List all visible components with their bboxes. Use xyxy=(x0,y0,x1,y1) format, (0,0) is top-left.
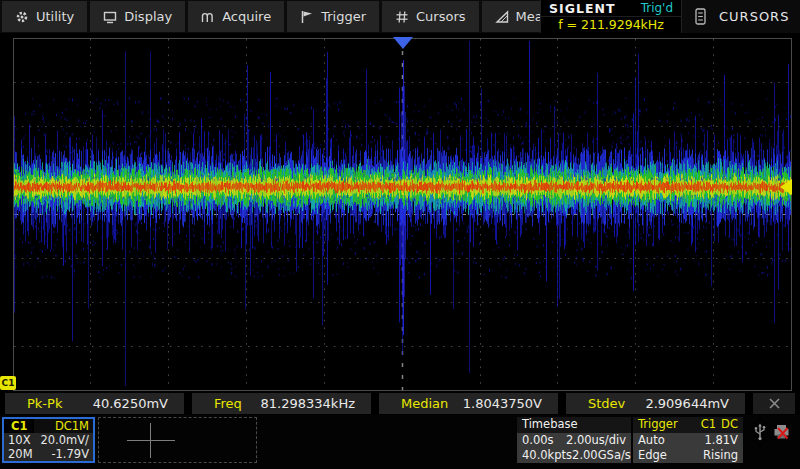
trigger-title: Trigger xyxy=(638,417,678,432)
cursors-dialog-title: CURSORS xyxy=(719,9,789,24)
menu-button-acquire[interactable]: Acquire xyxy=(188,1,284,32)
channel1-bandwidth: 20M xyxy=(8,447,33,461)
channel1-offset-marker[interactable]: C1 xyxy=(0,376,16,390)
channel1-probe: 10X xyxy=(8,433,31,447)
measurement-value: 2.909644mV xyxy=(645,396,729,411)
menu-label-utility: Utility xyxy=(36,9,74,24)
measurement-stdev[interactable]: Stdev 2.909644mV xyxy=(566,393,745,414)
siglent-logo: SIGLENT xyxy=(549,1,615,16)
clipboard-icon xyxy=(694,8,707,25)
measurements-close-button[interactable] xyxy=(753,393,795,414)
close-icon xyxy=(768,397,781,410)
flag-icon xyxy=(300,10,314,24)
crosshair-icon xyxy=(127,440,175,441)
measurement-bar: Pk-Pk 40.6250mV Freq 81.298334kHz Median… xyxy=(0,392,800,415)
measurement-freq[interactable]: Freq 81.298334kHz xyxy=(192,393,371,414)
frequency-readout: f = 211.9294kHz xyxy=(541,16,681,32)
gear-icon xyxy=(15,10,29,24)
menu-label-trigger: Trigger xyxy=(321,9,366,24)
timebase-tdiv: 2.00us/div xyxy=(566,433,626,448)
status-icons xyxy=(753,423,790,441)
trigger-panel[interactable]: Trigger C1 DC Auto 1.81V Edge Rising xyxy=(633,417,743,463)
trigger-slope: Rising xyxy=(703,448,738,463)
measurement-label: Pk-Pk xyxy=(27,396,62,411)
trigger-level: 1.81V xyxy=(705,433,738,448)
usb-icon xyxy=(753,423,767,441)
monitor-icon xyxy=(103,10,117,24)
oscilloscope-screen: Utility Display Acquire T xyxy=(0,0,800,469)
timebase-samplerate: 2.00GSa/s xyxy=(572,448,631,463)
ruler-triangle-icon xyxy=(495,10,509,24)
waveform-display-area: C1 xyxy=(0,33,800,392)
trigger-position-marker[interactable] xyxy=(393,37,413,49)
channel1-offset: -1.79V xyxy=(51,447,89,461)
timebase-panel[interactable]: Timebase 0.00s 2.00us/div 40.0kpts 2.00G… xyxy=(517,417,631,463)
measurement-label: Freq xyxy=(214,396,242,411)
logo-status-panel: SIGLENT Trig'd f = 211.9294kHz xyxy=(540,0,682,33)
trigger-source: C1 xyxy=(701,417,716,432)
add-channel-placeholder[interactable] xyxy=(98,417,257,463)
trigger-status-text: Trig'd xyxy=(641,1,673,15)
menu-bar: Utility Display Acquire T xyxy=(0,0,800,33)
channel1-coupling: DC1M xyxy=(55,419,89,433)
trigger-level-marker[interactable] xyxy=(780,179,792,195)
measurement-value: 1.8043750V xyxy=(463,396,542,411)
measurement-value: 81.298334kHz xyxy=(261,396,355,411)
hash-icon xyxy=(395,10,409,24)
cursors-dialog-header[interactable]: CURSORS xyxy=(694,0,794,33)
crosshair-icon xyxy=(150,423,151,458)
timebase-delay: 0.00s xyxy=(522,433,554,448)
acquire-wave-icon xyxy=(201,10,215,24)
trigger-mode: Auto xyxy=(638,433,665,448)
measurement-label: Median xyxy=(401,396,448,411)
channel1-vdiv: 20.0mV/ xyxy=(40,433,89,447)
printer-disabled-icon[interactable] xyxy=(773,424,790,440)
measurement-median[interactable]: Median 1.8043750V xyxy=(379,393,558,414)
menu-button-utility[interactable]: Utility xyxy=(2,1,87,32)
menu-button-trigger[interactable]: Trigger xyxy=(287,1,379,32)
measurement-pkpk[interactable]: Pk-Pk 40.6250mV xyxy=(5,393,184,414)
channel1-info-box[interactable]: C1 DC1M 10X 20.0mV/ 20M -1.79V xyxy=(2,417,95,463)
timebase-title: Timebase xyxy=(522,417,578,432)
trigger-type: Edge xyxy=(638,448,667,463)
menu-button-display[interactable]: Display xyxy=(90,1,185,32)
menu-label-acquire: Acquire xyxy=(222,9,271,24)
channel1-name-badge: C1 xyxy=(4,419,34,433)
menu-label-cursors: Cursors xyxy=(416,9,466,24)
status-bar: C1 DC1M 10X 20.0mV/ 20M -1.79V Timebase … xyxy=(0,415,800,469)
menu-label-display: Display xyxy=(124,9,172,24)
trigger-coupling: DC xyxy=(721,417,738,432)
measurement-value: 40.6250mV xyxy=(93,396,168,411)
measurement-label: Stdev xyxy=(588,396,625,411)
menu-button-cursors[interactable]: Cursors xyxy=(382,1,479,32)
waveform-canvas xyxy=(0,33,800,392)
timebase-memory: 40.0kpts xyxy=(522,448,572,463)
